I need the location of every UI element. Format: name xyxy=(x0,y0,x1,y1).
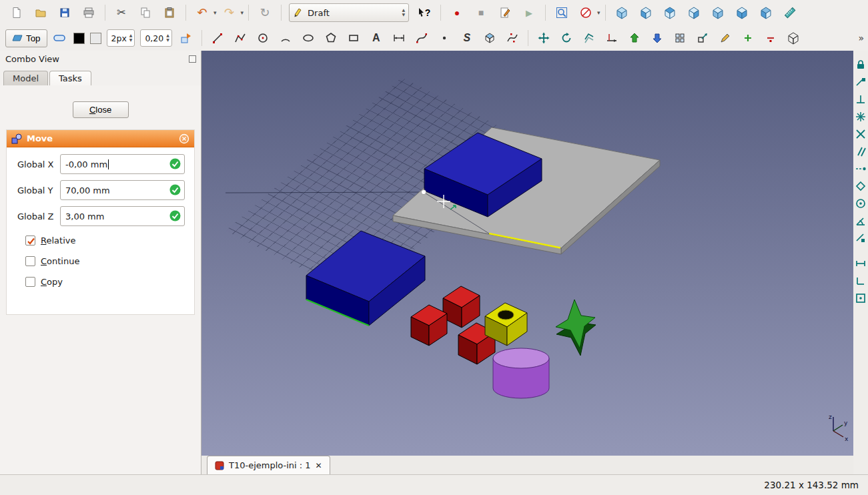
snap-angle-button[interactable] xyxy=(854,214,867,227)
3d-viewport[interactable]: z y x xyxy=(201,51,853,456)
draft-dimension-button[interactable] xyxy=(388,28,410,48)
view-bottom-button[interactable] xyxy=(731,3,753,23)
draft-move-button[interactable] xyxy=(533,28,554,48)
snap-working-plane-button[interactable] xyxy=(854,292,867,305)
relative-checkbox[interactable] xyxy=(25,235,35,245)
snap-grid-button[interactable] xyxy=(854,110,867,123)
toolbar-overflow-button[interactable]: » xyxy=(858,33,864,43)
draft-downgrade-button[interactable] xyxy=(646,28,668,48)
draft-polygon-button[interactable] xyxy=(320,28,342,48)
draft-array-button[interactable] xyxy=(669,28,691,48)
draft-upgrade-button[interactable] xyxy=(624,28,645,48)
draft-arc-button[interactable] xyxy=(275,28,296,48)
working-plane-button[interactable]: Top xyxy=(5,29,47,47)
snap-parallel-button[interactable] xyxy=(854,145,867,158)
macro-stop-button[interactable]: ■ xyxy=(470,3,492,23)
view-rear-button[interactable] xyxy=(707,3,729,23)
print-button[interactable] xyxy=(77,3,100,23)
draft-offset-button[interactable] xyxy=(578,28,600,48)
undo-dropdown-caret[interactable]: ▾ xyxy=(213,9,217,16)
axis-indicator: z y x xyxy=(829,414,849,442)
redo-dropdown-caret[interactable]: ▾ xyxy=(241,9,244,16)
macro-edit-button[interactable] xyxy=(494,3,516,23)
continue-checkbox[interactable] xyxy=(25,256,35,266)
text-scale-spinner[interactable]: ▲▼ xyxy=(166,33,169,42)
refresh-button[interactable]: ↻ xyxy=(254,3,276,23)
red-cube-left[interactable] xyxy=(411,305,447,346)
close-task-button[interactable]: Close xyxy=(73,101,129,118)
macro-edit-icon xyxy=(499,7,511,19)
measure-distance-button[interactable] xyxy=(779,3,801,23)
draft-facebinder-button[interactable] xyxy=(479,28,500,48)
move-task-header[interactable]: Move xyxy=(7,130,194,147)
view-left-button[interactable] xyxy=(755,3,777,23)
draft-subelement-edit-button[interactable] xyxy=(715,28,736,48)
snap-near-button[interactable] xyxy=(854,231,867,245)
view-right-button[interactable] xyxy=(683,3,705,23)
view-top-button[interactable] xyxy=(659,3,681,23)
global-y-input[interactable]: 70,00 mm xyxy=(60,180,185,200)
new-document-button[interactable] xyxy=(5,3,28,23)
draft-circle-button[interactable] xyxy=(252,28,274,48)
macro-record-button[interactable]: ● xyxy=(446,3,468,23)
global-z-input[interactable]: 3,00 mm xyxy=(60,206,185,226)
zoom-region-button[interactable] xyxy=(550,3,573,23)
draft-add-point-button[interactable] xyxy=(737,28,759,48)
red-cube-upper[interactable] xyxy=(443,286,480,328)
copy-button[interactable] xyxy=(134,3,157,23)
open-document-button[interactable] xyxy=(29,3,52,23)
draw-style-button[interactable] xyxy=(574,3,597,23)
draw-style-dropdown-caret[interactable]: ▾ xyxy=(597,9,600,16)
close-document-icon[interactable]: ✕ xyxy=(316,461,322,470)
draft-shapestring-button[interactable]: S xyxy=(456,28,478,48)
draft-point-button[interactable] xyxy=(434,28,455,48)
snap-special-button[interactable] xyxy=(854,179,867,193)
save-document-button[interactable] xyxy=(53,3,76,23)
draft-text-button[interactable]: A xyxy=(366,28,387,48)
undo-button[interactable]: ↶ xyxy=(191,3,213,23)
cut-button[interactable]: ✂ xyxy=(110,3,133,23)
green-star[interactable] xyxy=(556,300,596,356)
snap-endpoint-button[interactable] xyxy=(854,75,867,89)
snap-perpendicular-button[interactable] xyxy=(854,93,867,106)
snap-ortho-button[interactable] xyxy=(854,274,867,288)
view-axonometric-button[interactable] xyxy=(610,3,633,23)
snap-dimensions-button[interactable] xyxy=(854,257,867,270)
blue-box-left[interactable] xyxy=(306,231,425,326)
whats-this-button[interactable]: ? xyxy=(413,3,436,23)
line-color-swatch[interactable] xyxy=(73,33,85,44)
global-x-input[interactable]: -0,00 mm xyxy=(60,154,185,174)
draft-scale-button[interactable] xyxy=(692,28,713,48)
face-color-swatch[interactable] xyxy=(90,33,101,44)
text-scale-spinbox[interactable]: 0,20▲▼ xyxy=(140,29,171,47)
workbench-selector[interactable]: Draft ▲▼ xyxy=(289,3,409,22)
collapse-task-icon[interactable] xyxy=(179,133,189,144)
draft-ellipse-button[interactable] xyxy=(298,28,319,48)
purple-cylinder[interactable] xyxy=(493,348,549,398)
toggle-construction-mode-button[interactable] xyxy=(49,28,70,48)
document-tab[interactable]: T10-ejemplo-ini : 1 ✕ xyxy=(207,456,330,474)
draft-trimex-button[interactable] xyxy=(601,28,622,48)
snap-center-button[interactable] xyxy=(854,197,867,210)
redo-button[interactable]: ↷ xyxy=(218,3,241,23)
snap-lock-button[interactable] xyxy=(854,58,867,71)
line-width-spinner[interactable]: ▲▼ xyxy=(129,33,133,42)
macro-execute-button[interactable]: ▶ xyxy=(518,3,540,23)
line-width-spinbox[interactable]: 2px▲▼ xyxy=(107,29,135,47)
snap-intersection-button[interactable] xyxy=(854,127,867,141)
draft-line-button[interactable] xyxy=(207,28,228,48)
draft-rectangle-button[interactable] xyxy=(343,28,364,48)
draft-bspline-button[interactable] xyxy=(411,28,432,48)
float-panel-icon[interactable] xyxy=(189,55,196,63)
workbench-selector-spinner[interactable]: ▲▼ xyxy=(402,8,405,17)
view-front-button[interactable] xyxy=(634,3,657,23)
snap-extension-button[interactable] xyxy=(854,162,867,175)
draft-remove-point-button[interactable] xyxy=(760,28,781,48)
draft-shape-2d-view-button[interactable] xyxy=(783,28,804,48)
draft-polyline-button[interactable] xyxy=(230,28,251,48)
draft-bezier-button[interactable] xyxy=(502,28,523,48)
copy-checkbox[interactable] xyxy=(25,277,35,287)
draft-rotate-button[interactable] xyxy=(556,28,577,48)
paste-button[interactable] xyxy=(158,3,181,23)
autogroup-button[interactable] xyxy=(175,28,197,48)
